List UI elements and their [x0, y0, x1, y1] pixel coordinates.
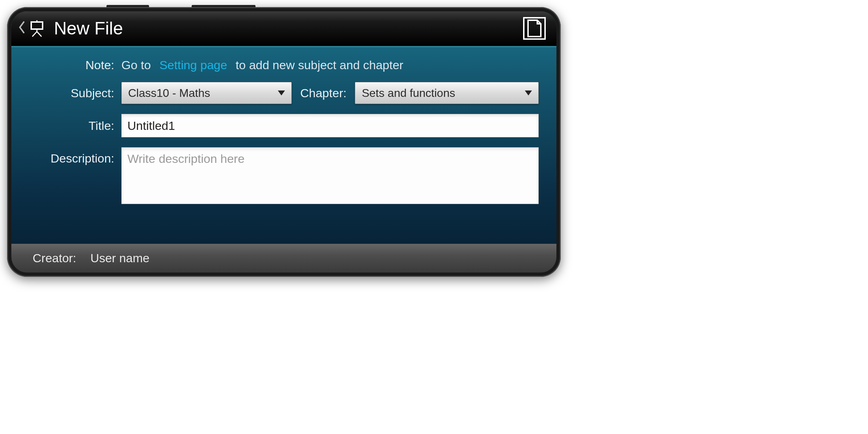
subject-dropdown[interactable]: Class10 - Maths [121, 82, 292, 104]
note-label: Note: [29, 58, 121, 72]
description-row: Description: [29, 147, 539, 204]
form-area: Note: Go to Setting page to add new subj… [11, 48, 556, 243]
creator-value: User name [90, 251, 149, 265]
setting-page-link[interactable]: Setting page [159, 58, 227, 72]
footer-bar: Creator: User name [11, 243, 556, 273]
device-frame: New File Note: Go to Setting page to add… [7, 7, 561, 277]
title-label: Title: [29, 119, 121, 133]
subject-row: Subject: Class10 - Maths Chapter: Sets a… [29, 82, 539, 104]
note-row: Note: Go to Setting page to add new subj… [29, 58, 539, 72]
chevron-down-icon [525, 90, 532, 95]
creator-label: Creator: [33, 251, 76, 265]
chevron-down-icon [278, 90, 285, 95]
title-row: Title: [29, 114, 539, 137]
header-highlight [11, 46, 556, 48]
svg-line-4 [32, 32, 37, 37]
header-bar: New File [11, 11, 556, 46]
title-input[interactable] [121, 114, 539, 137]
easel-icon[interactable] [27, 18, 47, 38]
subject-label: Subject: [29, 86, 121, 100]
page-title: New File [54, 18, 523, 39]
new-document-icon[interactable] [523, 17, 546, 40]
chapter-dropdown[interactable]: Sets and functions [355, 82, 539, 104]
subject-dropdown-value: Class10 - Maths [128, 87, 274, 100]
screen: New File Note: Go to Setting page to add… [11, 11, 556, 273]
description-input[interactable] [121, 147, 539, 204]
note-suffix: to add new subject and chapter [236, 58, 403, 72]
note-text: Go to Setting page to add new subject an… [121, 58, 539, 72]
svg-rect-1 [32, 23, 42, 28]
chapter-dropdown-value: Sets and functions [362, 87, 521, 100]
chapter-label: Chapter: [300, 86, 346, 100]
description-label: Description: [29, 147, 121, 165]
back-chevron-icon[interactable] [18, 21, 25, 36]
svg-line-5 [37, 32, 42, 37]
note-prefix: Go to [121, 58, 151, 72]
